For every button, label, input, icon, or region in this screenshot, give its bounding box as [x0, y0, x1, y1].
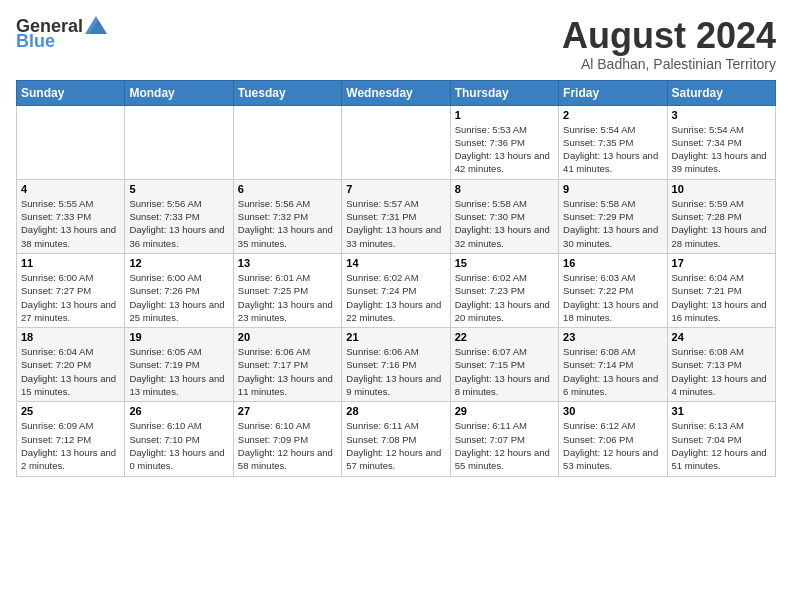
day-info: Sunrise: 5:59 AMSunset: 7:28 PMDaylight:…	[672, 197, 771, 250]
page-title: August 2024	[562, 16, 776, 56]
calendar-cell: 31Sunrise: 6:13 AMSunset: 7:04 PMDayligh…	[667, 402, 775, 476]
header-cell-saturday: Saturday	[667, 80, 775, 105]
day-info: Sunrise: 5:56 AMSunset: 7:32 PMDaylight:…	[238, 197, 337, 250]
header-cell-wednesday: Wednesday	[342, 80, 450, 105]
calendar-cell: 19Sunrise: 6:05 AMSunset: 7:19 PMDayligh…	[125, 328, 233, 402]
calendar-cell: 30Sunrise: 6:12 AMSunset: 7:06 PMDayligh…	[559, 402, 667, 476]
calendar-cell: 4Sunrise: 5:55 AMSunset: 7:33 PMDaylight…	[17, 179, 125, 253]
day-number: 13	[238, 257, 337, 269]
day-info: Sunrise: 5:56 AMSunset: 7:33 PMDaylight:…	[129, 197, 228, 250]
day-info: Sunrise: 6:04 AMSunset: 7:21 PMDaylight:…	[672, 271, 771, 324]
day-number: 26	[129, 405, 228, 417]
header-cell-tuesday: Tuesday	[233, 80, 341, 105]
calendar-cell: 16Sunrise: 6:03 AMSunset: 7:22 PMDayligh…	[559, 253, 667, 327]
day-number: 18	[21, 331, 120, 343]
calendar-cell	[342, 105, 450, 179]
day-info: Sunrise: 6:08 AMSunset: 7:13 PMDaylight:…	[672, 345, 771, 398]
calendar-cell	[125, 105, 233, 179]
day-number: 8	[455, 183, 554, 195]
calendar-body: 1Sunrise: 5:53 AMSunset: 7:36 PMDaylight…	[17, 105, 776, 476]
day-info: Sunrise: 5:55 AMSunset: 7:33 PMDaylight:…	[21, 197, 120, 250]
day-info: Sunrise: 6:08 AMSunset: 7:14 PMDaylight:…	[563, 345, 662, 398]
calendar-cell: 25Sunrise: 6:09 AMSunset: 7:12 PMDayligh…	[17, 402, 125, 476]
calendar-cell: 9Sunrise: 5:58 AMSunset: 7:29 PMDaylight…	[559, 179, 667, 253]
day-info: Sunrise: 6:02 AMSunset: 7:23 PMDaylight:…	[455, 271, 554, 324]
calendar-cell: 29Sunrise: 6:11 AMSunset: 7:07 PMDayligh…	[450, 402, 558, 476]
day-number: 1	[455, 109, 554, 121]
calendar-cell: 13Sunrise: 6:01 AMSunset: 7:25 PMDayligh…	[233, 253, 341, 327]
calendar-cell: 17Sunrise: 6:04 AMSunset: 7:21 PMDayligh…	[667, 253, 775, 327]
calendar-cell: 28Sunrise: 6:11 AMSunset: 7:08 PMDayligh…	[342, 402, 450, 476]
day-number: 25	[21, 405, 120, 417]
calendar-cell: 2Sunrise: 5:54 AMSunset: 7:35 PMDaylight…	[559, 105, 667, 179]
day-number: 19	[129, 331, 228, 343]
day-number: 4	[21, 183, 120, 195]
day-info: Sunrise: 6:11 AMSunset: 7:07 PMDaylight:…	[455, 419, 554, 472]
calendar-cell: 10Sunrise: 5:59 AMSunset: 7:28 PMDayligh…	[667, 179, 775, 253]
day-number: 17	[672, 257, 771, 269]
day-info: Sunrise: 6:02 AMSunset: 7:24 PMDaylight:…	[346, 271, 445, 324]
day-info: Sunrise: 6:11 AMSunset: 7:08 PMDaylight:…	[346, 419, 445, 472]
day-number: 23	[563, 331, 662, 343]
calendar-cell: 26Sunrise: 6:10 AMSunset: 7:10 PMDayligh…	[125, 402, 233, 476]
day-info: Sunrise: 6:03 AMSunset: 7:22 PMDaylight:…	[563, 271, 662, 324]
day-number: 6	[238, 183, 337, 195]
day-info: Sunrise: 5:54 AMSunset: 7:35 PMDaylight:…	[563, 123, 662, 176]
header-cell-thursday: Thursday	[450, 80, 558, 105]
title-area: August 2024 Al Badhan, Palestinian Terri…	[562, 16, 776, 72]
calendar-cell: 15Sunrise: 6:02 AMSunset: 7:23 PMDayligh…	[450, 253, 558, 327]
header-row: SundayMondayTuesdayWednesdayThursdayFrid…	[17, 80, 776, 105]
calendar-cell: 20Sunrise: 6:06 AMSunset: 7:17 PMDayligh…	[233, 328, 341, 402]
day-number: 7	[346, 183, 445, 195]
day-number: 29	[455, 405, 554, 417]
calendar-cell	[17, 105, 125, 179]
day-info: Sunrise: 5:54 AMSunset: 7:34 PMDaylight:…	[672, 123, 771, 176]
calendar-cell: 14Sunrise: 6:02 AMSunset: 7:24 PMDayligh…	[342, 253, 450, 327]
calendar-cell: 18Sunrise: 6:04 AMSunset: 7:20 PMDayligh…	[17, 328, 125, 402]
calendar-cell: 12Sunrise: 6:00 AMSunset: 7:26 PMDayligh…	[125, 253, 233, 327]
calendar-cell: 7Sunrise: 5:57 AMSunset: 7:31 PMDaylight…	[342, 179, 450, 253]
day-number: 16	[563, 257, 662, 269]
calendar-cell: 22Sunrise: 6:07 AMSunset: 7:15 PMDayligh…	[450, 328, 558, 402]
logo-blue: Blue	[16, 32, 107, 50]
day-info: Sunrise: 6:10 AMSunset: 7:10 PMDaylight:…	[129, 419, 228, 472]
page-subtitle: Al Badhan, Palestinian Territory	[562, 56, 776, 72]
day-number: 14	[346, 257, 445, 269]
day-number: 21	[346, 331, 445, 343]
calendar-cell: 1Sunrise: 5:53 AMSunset: 7:36 PMDaylight…	[450, 105, 558, 179]
header-cell-sunday: Sunday	[17, 80, 125, 105]
day-info: Sunrise: 5:53 AMSunset: 7:36 PMDaylight:…	[455, 123, 554, 176]
day-number: 30	[563, 405, 662, 417]
day-number: 24	[672, 331, 771, 343]
day-number: 27	[238, 405, 337, 417]
day-number: 2	[563, 109, 662, 121]
calendar-cell: 24Sunrise: 6:08 AMSunset: 7:13 PMDayligh…	[667, 328, 775, 402]
day-info: Sunrise: 6:13 AMSunset: 7:04 PMDaylight:…	[672, 419, 771, 472]
header-cell-friday: Friday	[559, 80, 667, 105]
day-info: Sunrise: 5:58 AMSunset: 7:30 PMDaylight:…	[455, 197, 554, 250]
day-number: 11	[21, 257, 120, 269]
calendar-cell: 11Sunrise: 6:00 AMSunset: 7:27 PMDayligh…	[17, 253, 125, 327]
day-info: Sunrise: 5:57 AMSunset: 7:31 PMDaylight:…	[346, 197, 445, 250]
header: General Blue August 2024 Al Badhan, Pale…	[16, 16, 776, 72]
week-row: 18Sunrise: 6:04 AMSunset: 7:20 PMDayligh…	[17, 328, 776, 402]
day-number: 31	[672, 405, 771, 417]
day-number: 10	[672, 183, 771, 195]
day-number: 9	[563, 183, 662, 195]
day-info: Sunrise: 6:12 AMSunset: 7:06 PMDaylight:…	[563, 419, 662, 472]
calendar-cell: 21Sunrise: 6:06 AMSunset: 7:16 PMDayligh…	[342, 328, 450, 402]
calendar-cell: 23Sunrise: 6:08 AMSunset: 7:14 PMDayligh…	[559, 328, 667, 402]
calendar-cell: 5Sunrise: 5:56 AMSunset: 7:33 PMDaylight…	[125, 179, 233, 253]
day-number: 3	[672, 109, 771, 121]
day-info: Sunrise: 6:04 AMSunset: 7:20 PMDaylight:…	[21, 345, 120, 398]
day-info: Sunrise: 6:06 AMSunset: 7:17 PMDaylight:…	[238, 345, 337, 398]
day-number: 22	[455, 331, 554, 343]
day-number: 20	[238, 331, 337, 343]
day-info: Sunrise: 5:58 AMSunset: 7:29 PMDaylight:…	[563, 197, 662, 250]
day-info: Sunrise: 6:01 AMSunset: 7:25 PMDaylight:…	[238, 271, 337, 324]
day-info: Sunrise: 6:06 AMSunset: 7:16 PMDaylight:…	[346, 345, 445, 398]
week-row: 25Sunrise: 6:09 AMSunset: 7:12 PMDayligh…	[17, 402, 776, 476]
day-info: Sunrise: 6:00 AMSunset: 7:27 PMDaylight:…	[21, 271, 120, 324]
day-info: Sunrise: 6:07 AMSunset: 7:15 PMDaylight:…	[455, 345, 554, 398]
day-info: Sunrise: 6:10 AMSunset: 7:09 PMDaylight:…	[238, 419, 337, 472]
